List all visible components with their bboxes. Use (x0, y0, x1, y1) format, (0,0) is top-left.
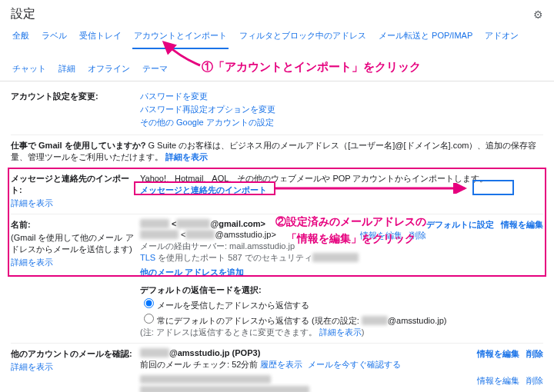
tab-advanced[interactable]: 詳細 (57, 58, 77, 81)
link-pop-edit-2[interactable]: 情報を編集 (477, 376, 519, 385)
link-gsuite-more[interactable]: 詳細を表示 (165, 152, 208, 161)
link-pop-del-2[interactable]: 削除 (526, 376, 543, 385)
link-pop-edit-1[interactable]: 情報を編集 (477, 349, 519, 358)
send-as-secondary: xx <xx@amsstudio.jp> 情報を編集 削除 (140, 230, 543, 239)
text-reply-note: (注: アドレスは返信するときに変更できます。 詳細を表示) (140, 327, 543, 338)
gear-icon[interactable]: ⚙ (533, 8, 543, 21)
link-add-other-address[interactable]: 他のメール アドレスを追加 (140, 267, 244, 277)
tab-chat[interactable]: チャット (11, 58, 48, 81)
link-check-now[interactable]: メールを今すぐ確認する (308, 360, 401, 369)
page-title: 設定 (11, 6, 35, 22)
text-last-check: 前回のメール チェック: 52分前 履歴を表示 メールを今すぐ確認する (140, 359, 543, 370)
radio-reply-received[interactable]: メールを受信したアドレスから返信する (140, 296, 543, 311)
link-other-more[interactable]: 詳細を表示 (11, 361, 134, 373)
tab-labels[interactable]: ラベル (40, 25, 68, 49)
tab-addons[interactable]: アドオン (483, 25, 520, 49)
tab-filters[interactable]: フィルタとブロック中のアドレス (238, 25, 368, 49)
pop-account-2: xx 情報を編集 削除 (140, 375, 543, 384)
tab-offline[interactable]: オフライン (86, 58, 132, 81)
link-reply-note-more[interactable]: 詳細を表示 (319, 327, 362, 337)
label-name: 名前: (Gmail を使用して他のメール アドレスからメールを送信します) 詳… (11, 219, 140, 338)
link-change-password[interactable]: パスワードを変更 (140, 91, 208, 101)
tab-inbox[interactable]: 受信トレイ (78, 25, 123, 49)
label-gsuite: 仕事で Gmail を使用していますか? G Suite のお客様は、ビジネス用… (11, 140, 549, 163)
link-history[interactable]: 履歴を表示 (260, 360, 302, 369)
label-account-change: アカウント設定を変更: (11, 91, 140, 130)
link-edit-info-2[interactable]: 情報を編集 (360, 231, 402, 240)
link-password-recovery[interactable]: パスワード再設定オプションを変更 (140, 105, 275, 114)
pop-account-1: xx@amsstudio.jp (POP3) 情報を編集 削除 (140, 348, 543, 357)
link-edit-info-1[interactable]: 情報を編集 (501, 220, 543, 229)
label-default-reply: デフォルトの返信モードを選択: (140, 284, 543, 296)
radio-reply-default[interactable]: 常にデフォルトのアドレスから返信する (現在の設定: xx@amsstudio.… (140, 311, 543, 327)
label-import: メッセージと連絡先のインポート: 詳細を表示 (11, 173, 140, 209)
link-pop-del-1[interactable]: 削除 (526, 349, 543, 358)
text-import-desc: Yahoo!、Hotmail、AOL、その他のウェブメールや POP アカウント… (140, 173, 543, 184)
label-other-accounts: 他のアカウントのメールを確認: 詳細を表示 (11, 348, 140, 392)
send-as-primary: xx <xx@gmail.com> デフォルトに設定 情報を編集 (140, 219, 543, 228)
link-tls[interactable]: TLS (140, 253, 155, 262)
link-delete-2[interactable]: 削除 (409, 231, 426, 240)
tab-forwarding[interactable]: メール転送と POP/IMAP (377, 25, 474, 49)
link-set-default-1[interactable]: デフォルトに設定 (426, 220, 494, 229)
text-security: TLS を使用したポート 587 でのセキュリティxx (140, 252, 543, 264)
tab-themes[interactable]: テーマ (141, 58, 169, 81)
tab-general[interactable]: 全般 (11, 25, 31, 49)
text-route: メールの経由サーバー: mail.amsstudio.jp (140, 241, 543, 252)
link-import-more[interactable]: 詳細を表示 (11, 198, 134, 209)
tab-accounts-import[interactable]: アカウントとインポート (132, 25, 229, 49)
link-name-more[interactable]: 詳細を表示 (11, 257, 134, 268)
link-other-google-settings[interactable]: その他の Google アカウントの設定 (140, 118, 274, 127)
link-do-import[interactable]: メッセージと連絡先のインポート (140, 185, 267, 194)
settings-tabs: 全般 ラベル 受信トレイ アカウントとインポート フィルタとブロック中のアドレス… (0, 25, 554, 81)
